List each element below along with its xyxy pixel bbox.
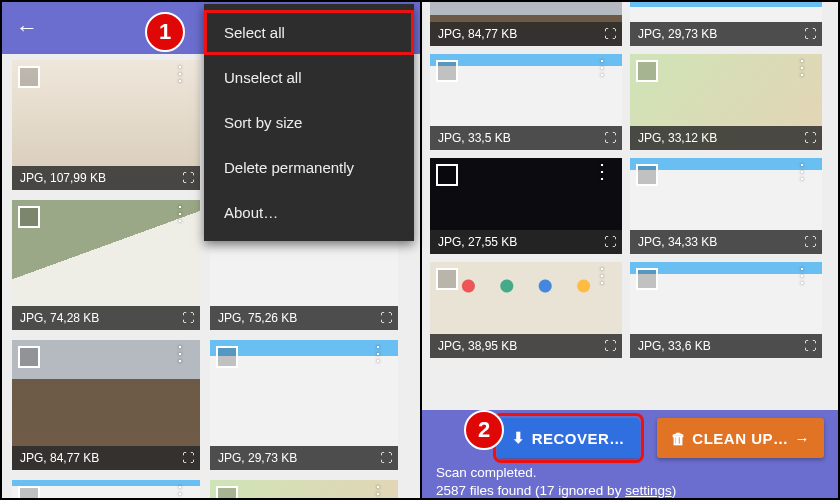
tile-info-bar: JPG, 107,99 KB ⛶ [12, 166, 200, 190]
photo-tile[interactable]: ⋮ JPG, 34,33 KB ⛶ [630, 158, 822, 254]
menu-about[interactable]: About… [204, 190, 414, 235]
status-text: Scan completed. 2587 files found (17 ign… [436, 464, 824, 500]
file-info: JPG, 34,33 KB [638, 235, 717, 249]
tile-info-bar: JPG, 27,55 KB ⛶ [430, 230, 622, 254]
settings-link[interactable]: settings [625, 483, 672, 498]
file-info: JPG, 33,5 KB [438, 131, 511, 145]
status-line2: 2587 files found (17 ignored by settings… [436, 482, 824, 500]
tile-info-bar: JPG, 33,5 KB ⛶ [430, 126, 622, 150]
menu-select-all[interactable]: Select all [204, 10, 414, 55]
overflow-menu: Select all Unselect all Sort by size Del… [204, 4, 414, 241]
tile-info-bar: JPG, 29,73 KB ⛶ [210, 446, 398, 470]
select-checkbox[interactable] [636, 164, 658, 186]
cleanup-button[interactable]: 🗑 CLEAN UP… → [657, 418, 824, 458]
more-icon[interactable]: ⋮ [792, 270, 812, 280]
tile-info-bar: JPG, 29,73 KB ⛶ [630, 22, 822, 46]
photo-tile[interactable]: ⋮ JPG, 33,12 KB ⛶ [630, 54, 822, 150]
file-info: JPG, 38,95 KB [438, 339, 517, 353]
photo-tile[interactable]: ⋮ JPG, 27,55 KB ⛶ [430, 158, 622, 254]
expand-icon[interactable]: ⛶ [380, 451, 390, 465]
select-checkbox[interactable] [18, 486, 40, 500]
file-info: JPG, 84,77 KB [20, 451, 99, 465]
select-checkbox[interactable] [18, 206, 40, 228]
cleanup-label: CLEAN UP… [692, 430, 788, 447]
expand-icon[interactable]: ⛶ [182, 311, 192, 325]
photo-tile[interactable]: JPG, 84,77 KB ⛶ [430, 2, 622, 46]
select-checkbox[interactable] [436, 60, 458, 82]
file-info: JPG, 29,73 KB [638, 27, 717, 41]
expand-icon[interactable]: ⛶ [182, 451, 192, 465]
expand-icon[interactable]: ⛶ [380, 311, 390, 325]
annotation-step-1: 1 [145, 12, 185, 52]
expand-icon[interactable]: ⛶ [804, 27, 814, 41]
trash-icon: 🗑 [671, 430, 687, 447]
more-icon[interactable]: ⋮ [592, 270, 612, 280]
photo-tile[interactable]: ⋮ [12, 480, 200, 500]
file-info: JPG, 29,73 KB [218, 451, 297, 465]
tile-info-bar: JPG, 84,77 KB ⛶ [12, 446, 200, 470]
more-icon[interactable]: ⋮ [170, 68, 190, 78]
select-checkbox[interactable] [436, 164, 458, 186]
tile-info-bar: JPG, 38,95 KB ⛶ [430, 334, 622, 358]
more-icon[interactable]: ⋮ [170, 208, 190, 218]
select-checkbox[interactable] [216, 486, 238, 500]
back-icon[interactable]: ← [16, 15, 38, 41]
expand-icon[interactable]: ⛶ [804, 339, 814, 353]
file-info: JPG, 33,12 KB [638, 131, 717, 145]
menu-unselect-all[interactable]: Unselect all [204, 55, 414, 100]
photo-tile[interactable]: ⋮ JPG, 74,28 KB ⛶ [12, 200, 200, 330]
more-icon[interactable]: ⋮ [592, 166, 612, 176]
more-icon[interactable]: ⋮ [170, 488, 190, 498]
more-icon[interactable]: ⋮ [368, 488, 388, 498]
file-info: JPG, 107,99 KB [20, 171, 106, 185]
select-checkbox[interactable] [636, 60, 658, 82]
right-screen: JPG, 84,77 KB ⛶ JPG, 29,73 KB ⛶ ⋮ JPG, 3… [420, 2, 838, 498]
more-icon[interactable]: ⋮ [792, 166, 812, 176]
arrow-right-icon: → [795, 430, 811, 447]
expand-icon[interactable]: ⛶ [804, 131, 814, 145]
more-icon[interactable]: ⋮ [368, 348, 388, 358]
file-info: JPG, 84,77 KB [438, 27, 517, 41]
tile-info-bar: JPG, 33,6 KB ⛶ [630, 334, 822, 358]
more-icon[interactable]: ⋮ [170, 348, 190, 358]
tile-info-bar: JPG, 74,28 KB ⛶ [12, 306, 200, 330]
photo-tile[interactable]: ⋮ [210, 480, 398, 500]
select-checkbox[interactable] [18, 346, 40, 368]
thumbnail-grid-right: JPG, 84,77 KB ⛶ JPG, 29,73 KB ⛶ ⋮ JPG, 3… [422, 2, 838, 358]
file-info: JPG, 74,28 KB [20, 311, 99, 325]
photo-tile[interactable]: JPG, 29,73 KB ⛶ [630, 2, 822, 46]
select-checkbox[interactable] [216, 346, 238, 368]
annotation-step-2: 2 [464, 410, 504, 450]
photo-tile[interactable]: ⋮ JPG, 38,95 KB ⛶ [430, 262, 622, 358]
tile-info-bar: JPG, 75,26 KB ⛶ [210, 306, 398, 330]
tile-info-bar: JPG, 33,12 KB ⛶ [630, 126, 822, 150]
photo-tile[interactable]: ⋮ JPG, 107,99 KB ⛶ [12, 60, 200, 190]
tile-info-bar: JPG, 34,33 KB ⛶ [630, 230, 822, 254]
tile-info-bar: JPG, 84,77 KB ⛶ [430, 22, 622, 46]
select-checkbox[interactable] [436, 268, 458, 290]
photo-tile[interactable]: ⋮ JPG, 29,73 KB ⛶ [210, 340, 398, 470]
photo-tile[interactable]: ⋮ JPG, 84,77 KB ⛶ [12, 340, 200, 470]
left-screen: ← ⋮ JPG, 107,99 KB ⛶ ⋮ JPG, 74,28 KB [2, 2, 420, 498]
expand-icon[interactable]: ⛶ [604, 235, 614, 249]
recover-button[interactable]: ⬇ RECOVER… [498, 418, 639, 458]
photo-tile[interactable]: ⋮ JPG, 33,6 KB ⛶ [630, 262, 822, 358]
file-info: JPG, 33,6 KB [638, 339, 711, 353]
file-info: JPG, 75,26 KB [218, 311, 297, 325]
expand-icon[interactable]: ⛶ [604, 339, 614, 353]
recover-label: RECOVER… [532, 430, 625, 447]
menu-sort-by-size[interactable]: Sort by size [204, 100, 414, 145]
more-icon[interactable]: ⋮ [792, 62, 812, 72]
download-icon: ⬇ [512, 429, 526, 447]
expand-icon[interactable]: ⛶ [182, 171, 192, 185]
menu-delete-permanently[interactable]: Delete permanently [204, 145, 414, 190]
expand-icon[interactable]: ⛶ [804, 235, 814, 249]
photo-tile[interactable]: ⋮ JPG, 33,5 KB ⛶ [430, 54, 622, 150]
select-checkbox[interactable] [18, 66, 40, 88]
status-line1: Scan completed. [436, 464, 824, 482]
more-icon[interactable]: ⋮ [592, 62, 612, 72]
select-checkbox[interactable] [636, 268, 658, 290]
expand-icon[interactable]: ⛶ [604, 131, 614, 145]
file-info: JPG, 27,55 KB [438, 235, 517, 249]
expand-icon[interactable]: ⛶ [604, 27, 614, 41]
